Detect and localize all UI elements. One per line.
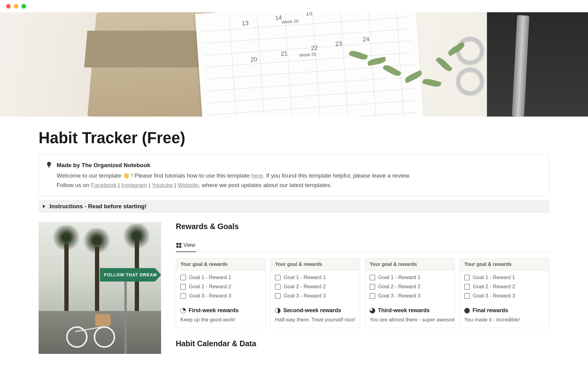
- checkbox-item[interactable]: Goal 2 - Reward 2: [464, 282, 545, 291]
- checkbox-icon: [370, 293, 375, 299]
- link-instagram[interactable]: Instagram: [121, 182, 147, 188]
- page-title[interactable]: Habit Tracker (Free): [39, 129, 549, 147]
- toggle-instructions[interactable]: Instructions - Read before starting!: [39, 200, 549, 213]
- window-close-button[interactable]: [6, 4, 11, 9]
- tab-view[interactable]: View: [176, 240, 196, 252]
- card-subtitle: Half-way there. Treat yourself nice!: [271, 316, 360, 328]
- card-title: Final rewards: [460, 304, 549, 316]
- sign-text: FOLLOW THAT DREAM: [100, 268, 161, 282]
- checkbox-icon: [275, 284, 281, 289]
- checkbox-item[interactable]: Goal 1 - Reward 1: [370, 273, 450, 282]
- card-title: First-week rewards: [176, 304, 265, 316]
- heading-calendar: Habit Calendar & Data: [176, 339, 549, 348]
- card-third-week[interactable]: Your goal & rewards Goal 1 - Reward 1 Go…: [365, 258, 455, 328]
- checkbox-item[interactable]: Goal 2 - Reward 2: [275, 282, 356, 291]
- card-first-week[interactable]: Your goal & rewards Goal 1 - Reward 1 Go…: [176, 258, 266, 328]
- checkbox-icon: [275, 293, 281, 299]
- full-circle-icon: [464, 308, 470, 313]
- quarter-circle-icon: [180, 308, 186, 313]
- checkbox-item[interactable]: Goal 3 - Reward 3: [180, 291, 261, 301]
- wave-emoji: 👋: [123, 173, 130, 179]
- window-titlebar: [0, 0, 588, 12]
- checkbox-icon: [275, 275, 281, 280]
- card-subtitle: You made it - incredible!: [460, 316, 549, 328]
- toggle-label: Instructions - Read before starting!: [50, 203, 147, 210]
- card-title: Third-week rewards: [365, 304, 454, 316]
- card-header: Your goal & rewards: [365, 259, 454, 270]
- half-circle-icon: [275, 308, 281, 313]
- gallery-cards: Your goal & rewards Goal 1 - Reward 1 Go…: [176, 258, 549, 328]
- tab-label: View: [183, 242, 195, 248]
- side-image[interactable]: FOLLOW THAT DREAM: [39, 222, 161, 354]
- gallery-icon: [176, 243, 181, 248]
- link-youtube[interactable]: Youtube: [152, 182, 173, 188]
- window-minimize-button[interactable]: [14, 4, 18, 9]
- checkbox-icon: [180, 284, 186, 289]
- card-subtitle: Keep up the good work!: [176, 316, 265, 328]
- checkbox-item[interactable]: Goal 1 - Reward 1: [275, 273, 356, 282]
- checkbox-icon: [370, 275, 375, 280]
- checkbox-icon: [180, 275, 186, 280]
- three-quarter-circle-icon: [370, 308, 375, 313]
- card-second-week[interactable]: Your goal & rewards Goal 1 - Reward 1 Go…: [270, 258, 360, 328]
- card-subtitle: You are almost there - super awesome: [365, 316, 454, 328]
- lightbulb-icon: [46, 161, 52, 190]
- checkbox-icon: [464, 293, 470, 299]
- callout-text: Welcome to our template 👋 ! Please find …: [57, 171, 542, 190]
- checkbox-item[interactable]: Goal 3 - Reward 3: [464, 291, 545, 301]
- card-header: Your goal & rewards: [460, 259, 549, 270]
- checkbox-icon: [464, 275, 470, 280]
- link-here[interactable]: here: [251, 172, 263, 179]
- checkbox-icon: [464, 284, 470, 289]
- callout-title: Made by The Organized Notebook: [57, 161, 542, 170]
- card-title: Second-week rewards: [271, 304, 360, 316]
- checkbox-icon: [370, 284, 375, 289]
- checkbox-item[interactable]: Goal 1 - Reward 1: [464, 273, 545, 282]
- checkbox-item[interactable]: Goal 2 - Reward 2: [180, 282, 261, 291]
- database-tabs: View: [176, 240, 549, 252]
- window-zoom-button[interactable]: [21, 4, 26, 9]
- cover-image[interactable]: 13 14 15 16 17 Week 28 Week 29 20 21 22 …: [0, 12, 588, 117]
- checkbox-icon: [180, 293, 186, 299]
- checkbox-item[interactable]: Goal 3 - Reward 3: [275, 291, 356, 301]
- checkbox-item[interactable]: Goal 2 - Reward 2: [370, 282, 450, 291]
- link-facebook[interactable]: Facebook: [91, 182, 116, 188]
- link-website[interactable]: Website: [178, 182, 198, 188]
- callout-block: Made by The Organized Notebook Welcome t…: [39, 154, 549, 196]
- card-final[interactable]: Your goal & rewards Goal 1 - Reward 1 Go…: [460, 258, 549, 328]
- checkbox-item[interactable]: Goal 1 - Reward 1: [180, 273, 261, 282]
- card-header: Your goal & rewards: [176, 259, 265, 270]
- checkbox-item[interactable]: Goal 3 - Reward 3: [370, 291, 450, 301]
- heading-rewards: Rewards & Goals: [176, 222, 549, 231]
- card-header: Your goal & rewards: [271, 259, 360, 270]
- chevron-right-icon: [43, 205, 45, 208]
